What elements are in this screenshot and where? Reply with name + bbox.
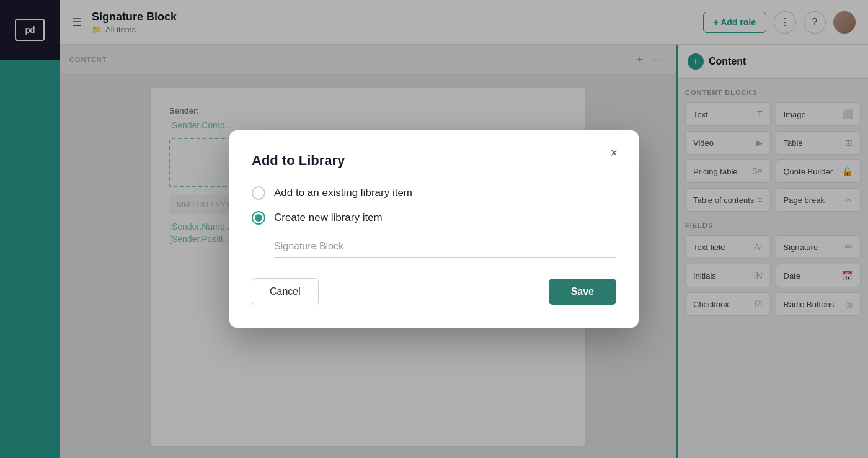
cancel-button[interactable]: Cancel bbox=[252, 278, 319, 305]
modal-title: Add to Library bbox=[252, 153, 616, 169]
radio-option-existing[interactable]: Add to an existing library item bbox=[252, 186, 616, 200]
save-button[interactable]: Save bbox=[549, 279, 616, 305]
add-to-library-modal: Add to Library × Add to an existing libr… bbox=[229, 130, 639, 328]
modal-close-button[interactable]: × bbox=[604, 143, 624, 163]
radio-new-label: Create new library item bbox=[274, 212, 383, 224]
modal-input-area bbox=[274, 236, 616, 258]
radio-new-circle[interactable] bbox=[252, 211, 265, 225]
radio-existing-label: Add to an existing library item bbox=[274, 187, 412, 199]
radio-option-new[interactable]: Create new library item bbox=[252, 211, 616, 225]
modal-overlay[interactable]: Add to Library × Add to an existing libr… bbox=[0, 0, 868, 458]
library-item-name-input[interactable] bbox=[274, 236, 616, 258]
radio-existing-circle[interactable] bbox=[252, 186, 265, 200]
modal-actions: Cancel Save bbox=[252, 278, 616, 305]
